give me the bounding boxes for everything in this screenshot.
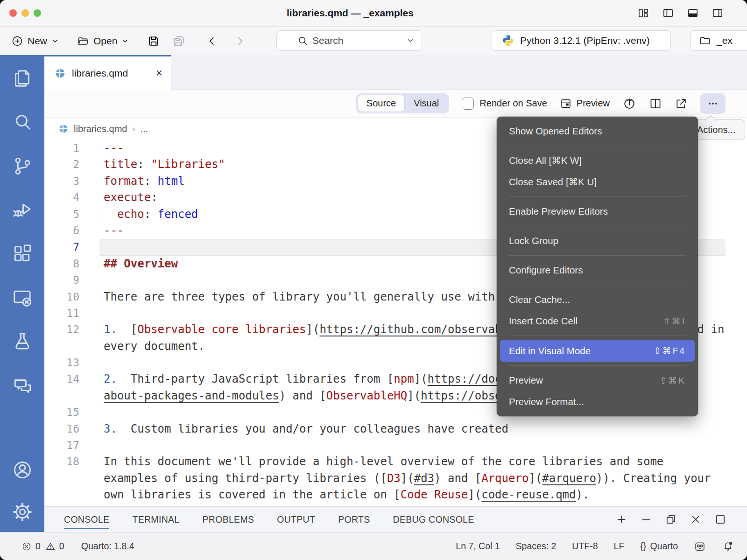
indentation[interactable]: Spaces: 2: [516, 541, 557, 552]
interpreter-selector[interactable]: Python 3.12.1 (PipEnv: .venv): [492, 30, 671, 51]
end-of-line[interactable]: LF: [614, 541, 625, 552]
account-icon[interactable]: [12, 459, 33, 481]
visual-mode-button[interactable]: Visual: [405, 95, 448, 112]
forward-icon[interactable]: [234, 35, 246, 47]
new-button[interactable]: New: [11, 35, 59, 47]
breadcrumb-separator: ›: [132, 124, 135, 134]
menu-item-label: Enable Preview Editors: [509, 206, 608, 217]
line-number: [44, 388, 99, 404]
workspace-selector[interactable]: _ex: [690, 30, 747, 51]
bottom-panel-tab-bar: CONSOLETERMINALPROBLEMSOUTPUTPORTSDEBUG …: [44, 506, 747, 532]
quarto-version[interactable]: Quarto: 1.8.4: [81, 541, 134, 552]
panel-tab-output[interactable]: OUTPUT: [277, 507, 315, 532]
menu-item-close-saved-k-u[interactable]: Close Saved [⌘K U]: [497, 171, 698, 193]
split-editor-icon[interactable]: [649, 97, 662, 110]
save-all-icon[interactable]: [172, 35, 185, 48]
python-logo-icon: [501, 34, 514, 47]
publish-icon[interactable]: [622, 97, 636, 111]
open-in-new-window-icon[interactable]: [675, 97, 688, 110]
back-icon[interactable]: [206, 35, 218, 47]
menu-item-show-opened-editors[interactable]: Show Opened Editors: [497, 120, 698, 142]
menu-item-preview-format[interactable]: Preview Format...: [497, 391, 698, 413]
new-console-plus-icon[interactable]: [615, 513, 627, 525]
save-icon[interactable]: [147, 35, 160, 48]
error-count: 0: [35, 541, 41, 552]
menu-item-enable-preview-editors[interactable]: Enable Preview Editors: [497, 201, 698, 222]
source-mode-button[interactable]: Source: [358, 95, 405, 112]
panel-tab-problems[interactable]: PROBLEMS: [202, 507, 254, 532]
menu-item-label: Edit in Visual Mode: [509, 345, 591, 357]
source-control-icon[interactable]: [12, 155, 33, 177]
menu-item-label: Insert Code Cell: [509, 315, 578, 327]
panel-actions: [615, 513, 726, 525]
render-on-save-checkbox[interactable]: [462, 98, 474, 110]
close-panel-icon[interactable]: [690, 513, 702, 525]
chat-icon[interactable]: [12, 375, 33, 396]
line-number: 5: [44, 206, 99, 223]
search-icon[interactable]: [12, 112, 33, 133]
zoom-window-button[interactable]: [34, 9, 41, 17]
minimize-window-button[interactable]: [21, 9, 29, 17]
menu-item-edit-in-visual-mode[interactable]: Edit in Visual Mode⇧⌘F4: [500, 340, 695, 362]
run-debug-icon[interactable]: [12, 199, 33, 221]
breadcrumb-more[interactable]: ...: [140, 124, 148, 134]
panel-tab-ports[interactable]: PORTS: [338, 507, 370, 532]
menu-item-insert-code-cell[interactable]: Insert Code Cell⇧⌘I: [497, 310, 698, 332]
panel-tab-terminal[interactable]: TERMINAL: [132, 507, 179, 532]
tab-libraries-qmd[interactable]: libraries.qmd ×: [44, 55, 171, 90]
preview-label: Preview: [577, 98, 610, 109]
breadcrumb-file[interactable]: libraries.qmd: [74, 124, 127, 134]
open-label: Open: [93, 35, 117, 47]
restore-panel-icon[interactable]: [665, 513, 677, 525]
search-placeholder: Search: [312, 35, 344, 46]
notifications-bell-icon[interactable]: [722, 540, 734, 553]
menu-item-shortcut: ⇧⌘F4: [654, 345, 686, 356]
line-number: 9: [44, 272, 99, 288]
panel-layout-icon[interactable]: [714, 513, 726, 525]
menu-item-label: Configure Editors: [509, 265, 583, 276]
search-input[interactable]: Search: [276, 30, 422, 51]
menu-item-lock-group[interactable]: Lock Group: [497, 230, 698, 252]
open-button[interactable]: Open: [77, 35, 129, 47]
menu-item-preview[interactable]: Preview⇧⌘K: [497, 370, 698, 391]
error-icon: [21, 541, 32, 552]
tab-label: libraries.qmd: [72, 68, 128, 79]
encoding[interactable]: UTF-8: [572, 541, 598, 552]
menu-item-clear-cache[interactable]: Clear Cache...: [497, 289, 698, 310]
sessions-icon[interactable]: [12, 287, 33, 308]
cursor-position[interactable]: Ln 7, Col 1: [456, 541, 500, 552]
toggle-panel-icon[interactable]: [687, 7, 699, 19]
line-number: 4: [44, 189, 99, 206]
braces-icon: {}: [640, 541, 646, 552]
warning-icon: [45, 541, 56, 552]
toggle-secondary-sidebar-icon[interactable]: [712, 7, 724, 19]
feedback-smiley-icon[interactable]: [694, 540, 706, 553]
code-line-wrap: examples of using third-party libraries …: [44, 470, 747, 487]
close-window-button[interactable]: [9, 9, 17, 17]
line-number: 2: [44, 156, 99, 173]
line-number: 1: [44, 140, 99, 156]
menu-item-configure-editors[interactable]: Configure Editors: [497, 259, 698, 281]
menu-separator: [509, 365, 686, 366]
more-actions-button[interactable]: [700, 93, 726, 114]
source-visual-toggle: Source Visual: [356, 93, 450, 113]
toggle-primary-sidebar-icon[interactable]: [662, 7, 674, 19]
testing-icon[interactable]: [12, 331, 33, 352]
customize-layout-icon[interactable]: [637, 7, 649, 19]
problems-errors[interactable]: 0: [21, 541, 41, 552]
settings-icon[interactable]: [12, 501, 33, 523]
menu-item-close-all-k-w[interactable]: Close All [⌘K W]: [497, 150, 698, 171]
problems-warnings[interactable]: 0: [45, 541, 64, 552]
interpreter-label: Python 3.12.1 (PipEnv: .venv): [520, 35, 650, 46]
search-icon: [296, 35, 309, 47]
extensions-icon[interactable]: [12, 243, 33, 265]
minimize-panel-icon[interactable]: [640, 513, 652, 525]
line-number: 8: [44, 256, 99, 272]
preview-button[interactable]: Preview: [560, 98, 610, 110]
language-mode[interactable]: {} Quarto: [640, 541, 678, 552]
panel-tab-debug-console[interactable]: DEBUG CONSOLE: [393, 507, 474, 532]
explorer-icon[interactable]: [12, 68, 33, 89]
panel-tab-console[interactable]: CONSOLE: [64, 507, 109, 532]
chevron-down-icon[interactable]: [406, 36, 415, 45]
close-tab-icon[interactable]: ×: [155, 67, 162, 79]
